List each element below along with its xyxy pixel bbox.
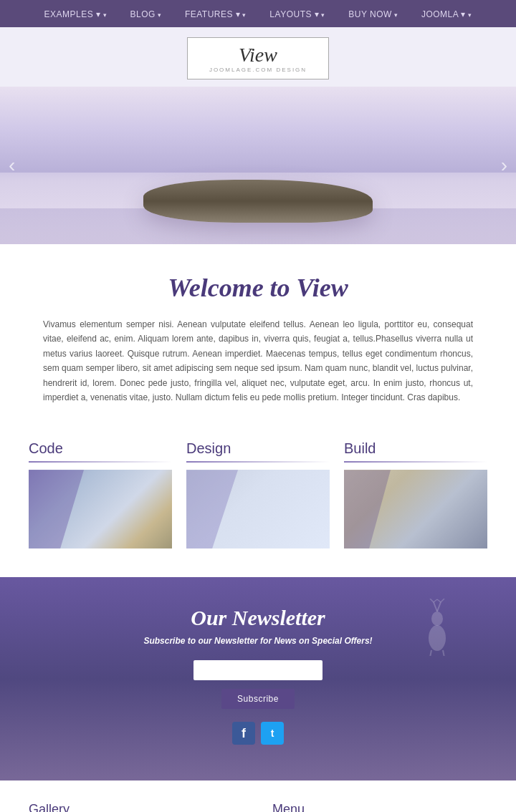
svg-line-7 xyxy=(437,599,441,602)
gallery-section: Gallery xyxy=(29,802,244,812)
col-design-title: Design xyxy=(186,440,330,457)
svg-line-4 xyxy=(434,599,437,602)
svg-line-9 xyxy=(443,650,444,656)
svg-point-1 xyxy=(431,612,443,626)
col-code: Code xyxy=(29,440,172,548)
col-design: Design xyxy=(186,440,330,548)
col-design-image xyxy=(186,470,330,548)
nav-layouts[interactable]: LAYOUTS ▾ xyxy=(269,9,325,19)
hero-next-button[interactable]: › xyxy=(501,154,507,177)
col-build-title: Build xyxy=(344,440,487,457)
feature-columns: Code Design Build xyxy=(0,426,516,577)
svg-point-0 xyxy=(429,625,446,651)
hero-prev-button[interactable]: ‹ xyxy=(9,154,15,177)
deer-silhouette xyxy=(416,599,459,656)
logo-sub: JOOMLAGE.COM DESIGN xyxy=(209,67,307,73)
welcome-title: Welcome to View xyxy=(43,273,473,303)
col-code-divider xyxy=(29,461,172,463)
col-code-image xyxy=(29,470,172,548)
twitter-button[interactable]: t xyxy=(261,722,284,745)
col-build-image xyxy=(344,470,487,548)
hero-sky xyxy=(0,87,516,173)
welcome-text: Vivamus elementum semper nisi. Aenean vu… xyxy=(43,317,473,405)
svg-line-6 xyxy=(441,599,444,602)
welcome-section: Welcome to View Vivamus elementum semper… xyxy=(0,244,516,426)
hero-banner: ‹ › xyxy=(0,87,516,244)
col-design-divider xyxy=(186,461,330,463)
footer-content: Gallery Menu Typography xyxy=(0,780,516,812)
nav-joomla[interactable]: JOOMLA ▾ xyxy=(421,9,472,19)
menu-title: Menu xyxy=(272,802,487,812)
gallery-title: Gallery xyxy=(29,802,244,812)
subscribe-button[interactable]: Subscribe xyxy=(221,689,295,709)
newsletter-email-input[interactable] xyxy=(194,660,322,680)
hero-rock xyxy=(143,180,373,223)
main-nav: EXAMPLES ▾ BLOG FEATURES ▾ LAYOUTS ▾ BUY… xyxy=(0,0,516,27)
facebook-button[interactable]: f xyxy=(232,722,255,745)
col-code-title: Code xyxy=(29,440,172,457)
newsletter-section: Our Newsletter Subscribe to our Newslett… xyxy=(0,577,516,780)
nav-features[interactable]: FEATURES ▾ xyxy=(185,9,247,19)
svg-line-3 xyxy=(430,599,434,602)
svg-line-5 xyxy=(437,602,441,612)
col-build-divider xyxy=(344,461,487,463)
nav-examples[interactable]: EXAMPLES ▾ xyxy=(44,9,108,19)
svg-line-8 xyxy=(430,650,431,656)
menu-section: Menu Typography Install Guide Buy Now xyxy=(272,802,487,812)
col-build: Build xyxy=(344,440,487,548)
logo-bar: View JOOMLAGE.COM DESIGN xyxy=(0,27,516,87)
nav-buynow[interactable]: BUY NOW xyxy=(348,9,398,19)
nav-blog[interactable]: BLOG xyxy=(130,9,162,19)
logo-main: View xyxy=(209,44,307,67)
logo-box: View JOOMLAGE.COM DESIGN xyxy=(187,37,329,79)
svg-line-2 xyxy=(434,602,437,612)
social-icons: f t xyxy=(0,722,516,745)
